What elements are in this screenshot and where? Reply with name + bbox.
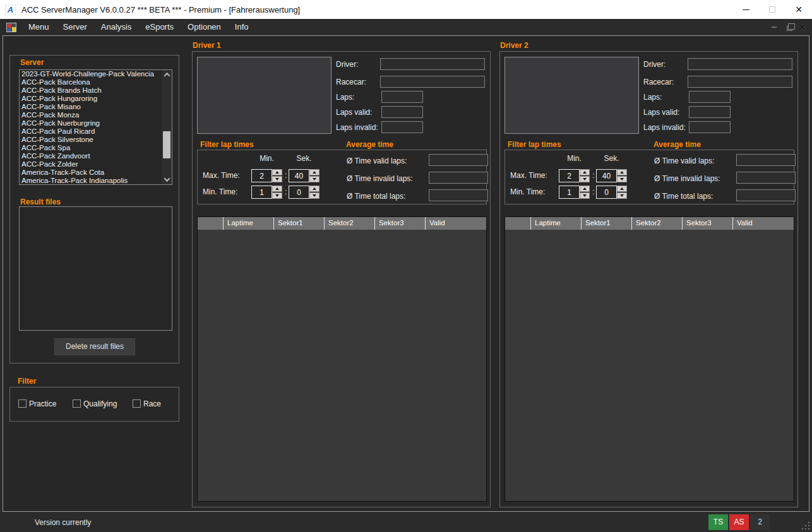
server-list-item[interactable]: ACC-Pack Hungaroring [20, 95, 161, 103]
avg-invalid-laps-input[interactable] [736, 172, 796, 184]
stepper-down-icon[interactable] [309, 176, 319, 182]
avg-total-laps-input[interactable] [736, 189, 796, 201]
racecar-input[interactable] [688, 76, 792, 88]
qualifying-checkbox[interactable]: Qualifying [73, 399, 117, 408]
maximize-button[interactable] [759, 0, 785, 19]
server-list-item[interactable]: ACC-Pack Paul Ricard [20, 127, 161, 136]
min-time-seconds-value[interactable] [596, 186, 617, 199]
table-column-laptime[interactable]: Laptime [223, 217, 273, 230]
stepper-down-icon[interactable] [272, 192, 282, 199]
max-time-seconds-value[interactable] [596, 169, 617, 182]
server-list-item[interactable]: ACC-Pack Monza [20, 111, 161, 119]
stepper-up-icon[interactable] [617, 169, 627, 175]
laps-input[interactable] [381, 91, 423, 103]
laps-valid-input[interactable] [381, 106, 423, 118]
practice-checkbox[interactable]: Practice [18, 399, 56, 408]
stepper-down-icon[interactable] [580, 176, 590, 182]
table-column-sektor3[interactable]: Sektor3 [682, 217, 732, 230]
stepper-down-icon[interactable] [272, 176, 282, 182]
racecar-input[interactable] [380, 76, 485, 88]
scroll-down-icon[interactable] [162, 175, 172, 184]
stepper-down-icon[interactable] [617, 176, 627, 182]
driver-name-input[interactable] [380, 58, 485, 70]
server-list-item[interactable]: ACC-Pack Spa [20, 144, 161, 152]
max-time-seconds-stepper[interactable] [596, 169, 627, 182]
server-list-item[interactable]: ACC-Pack Zolder [20, 160, 161, 168]
table-column-laptime[interactable]: Laptime [530, 217, 581, 230]
stepper-up-icon[interactable] [580, 186, 590, 192]
max-time-minutes-value[interactable] [559, 169, 580, 182]
stepper-down-icon[interactable] [580, 192, 590, 199]
laps-invalid-input[interactable] [381, 121, 423, 133]
menu-item-optionen[interactable]: Optionen [181, 19, 228, 35]
menu-item-analysis[interactable]: Analysis [94, 19, 138, 35]
mdi-minimize-button[interactable] [767, 19, 782, 35]
mdi-restore-button[interactable] [782, 19, 797, 35]
min-time-minutes-value[interactable] [559, 186, 580, 199]
practice-checkbox-box[interactable] [18, 399, 27, 408]
table-column-sektor2[interactable]: Sektor2 [631, 217, 682, 230]
menu-item-menu[interactable]: Menu [21, 19, 56, 35]
laps-invalid-input[interactable] [689, 121, 731, 133]
table-row-header-column[interactable] [505, 217, 530, 230]
server-list-item[interactable]: ACC-Pack Silverstone [20, 136, 161, 144]
minimize-button[interactable] [732, 0, 759, 19]
server-list-item[interactable]: America-Track-Pack Cota [20, 168, 161, 177]
stepper-down-icon[interactable] [309, 192, 319, 199]
result-files-listbox[interactable] [19, 206, 172, 331]
server-list-item[interactable]: ACC-Pack Barcelona [20, 78, 161, 86]
table-column-valid[interactable]: Valid [425, 217, 486, 230]
avg-valid-laps-input[interactable] [736, 154, 796, 166]
delete-result-files-button[interactable]: Delete result files [54, 338, 135, 355]
avg-valid-laps-input[interactable] [429, 154, 488, 166]
server-list-item[interactable]: America-Track-Pack Indianapolis [20, 177, 161, 184]
stepper-up-icon[interactable] [272, 169, 282, 175]
resize-grip[interactable] [808, 528, 809, 529]
scrollbar-thumb[interactable] [163, 131, 170, 158]
table-column-sektor1[interactable]: Sektor1 [273, 217, 324, 230]
server-list-item[interactable]: ACC-Pack Nuerburgring [20, 119, 161, 127]
table-row-header-column[interactable] [198, 217, 223, 230]
server-list-scrollbar[interactable] [162, 70, 172, 184]
min-time-minutes-stepper[interactable] [251, 186, 282, 199]
laps-input[interactable] [689, 91, 731, 103]
table-column-valid[interactable]: Valid [732, 217, 794, 230]
max-time-minutes-stepper[interactable] [559, 169, 590, 182]
avg-total-laps-input[interactable] [429, 189, 488, 201]
server-list-item[interactable]: ACC-Pack Zandvoort [20, 152, 161, 160]
menu-item-esports[interactable]: eSports [138, 19, 181, 35]
max-time-seconds-value[interactable] [289, 169, 309, 182]
table-column-sektor2[interactable]: Sektor2 [324, 217, 374, 230]
stepper-down-icon[interactable] [617, 192, 627, 199]
table-column-sektor1[interactable]: Sektor1 [581, 217, 631, 230]
min-time-seconds-stepper[interactable] [596, 186, 627, 199]
min-time-minutes-value[interactable] [251, 186, 272, 199]
menu-item-info[interactable]: Info [228, 19, 256, 35]
race-checkbox[interactable]: Race [133, 399, 161, 408]
server-list-item[interactable]: 2023-GT-World-Challenge-Pack Valencia [20, 70, 161, 78]
max-time-seconds-stepper[interactable] [289, 169, 319, 182]
max-time-minutes-value[interactable] [251, 169, 272, 182]
max-time-minutes-stepper[interactable] [251, 169, 282, 182]
server-listbox[interactable]: 2023-GT-World-Challenge-Pack ValenciaACC… [19, 69, 172, 185]
stepper-up-icon[interactable] [580, 169, 590, 175]
stepper-up-icon[interactable] [309, 186, 319, 192]
scroll-up-icon[interactable] [162, 70, 172, 80]
ts-status-badge[interactable]: TS [708, 514, 728, 530]
stepper-up-icon[interactable] [617, 186, 627, 192]
table-column-sektor3[interactable]: Sektor3 [374, 217, 425, 230]
mdi-close-button[interactable]: ✕ [797, 19, 812, 35]
server-list-item[interactable]: ACC-Pack Brands Hatch [20, 86, 161, 95]
close-button[interactable]: ✕ [785, 0, 812, 19]
laps-valid-input[interactable] [689, 106, 731, 118]
race-checkbox-box[interactable] [133, 399, 141, 408]
server-list-item[interactable]: ACC-Pack Misano [20, 103, 161, 111]
driver-name-input[interactable] [688, 58, 792, 70]
min-time-seconds-value[interactable] [289, 186, 309, 199]
stepper-up-icon[interactable] [309, 169, 319, 175]
avg-invalid-laps-input[interactable] [429, 172, 488, 184]
stepper-up-icon[interactable] [272, 186, 282, 192]
as-status-badge[interactable]: AS [729, 514, 749, 530]
menu-item-server[interactable]: Server [56, 19, 94, 35]
min-time-seconds-stepper[interactable] [289, 186, 319, 199]
